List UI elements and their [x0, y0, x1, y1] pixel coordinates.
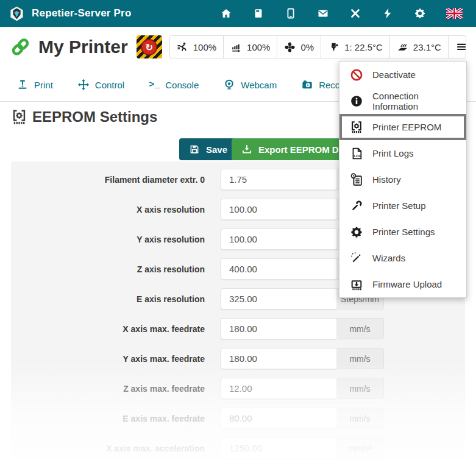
tab-console-label: Console — [165, 80, 199, 90]
log-file-icon — [350, 147, 363, 160]
history-icon — [350, 173, 363, 186]
form-row-x-max-feedrate: X axis max. feedrate mm/s — [11, 318, 465, 339]
unit-addon: mm/s² — [336, 437, 384, 459]
z-max-feedrate-input[interactable] — [221, 378, 336, 399]
field-label: X axis resolution — [11, 205, 221, 214]
fan-icon — [284, 41, 296, 53]
menu-item-firmware-upload[interactable]: Firmware Upload — [339, 271, 466, 297]
x-max-feedrate-input[interactable] — [221, 318, 336, 339]
menu-item-printer-settings[interactable]: Printer Settings — [339, 219, 466, 245]
field-label: X axis max. acceleration — [11, 444, 221, 453]
speed-value: 100% — [193, 42, 216, 52]
tab-console[interactable]: >_ Console — [138, 72, 209, 98]
menu-item-printer-setup[interactable]: Printer Setup — [339, 193, 466, 219]
flow-value: 100% — [247, 42, 270, 52]
unit-addon: mm/s — [336, 348, 384, 369]
menu-item-history[interactable]: History — [339, 166, 466, 193]
unit-addon: mm/s — [336, 318, 384, 339]
repetier-server-window: Repetier-Server Pro My Printer ↻ — [0, 0, 476, 460]
printer-dropdown-menu: Deactivate Connection Information Printe… — [339, 61, 467, 298]
move-arrows-icon — [77, 79, 90, 91]
x-resolution-input[interactable] — [221, 199, 336, 220]
save-button[interactable]: Save — [179, 138, 237, 160]
eeprom-chip-icon — [350, 121, 363, 134]
floppy-disk-icon — [189, 144, 200, 155]
top-navigation-bar: Repetier-Server Pro — [0, 0, 476, 27]
form-row-y-max-feedrate: Y axis max. feedrate mm/s — [11, 348, 465, 369]
menu-item-wizards[interactable]: Wizards — [339, 245, 466, 271]
form-row-e-max-feedrate: E axis max. feedrate mm/s — [11, 408, 465, 429]
menu-item-label: Printer EEPROM — [372, 122, 441, 132]
heated-bed-icon — [397, 41, 408, 53]
e-resolution-input[interactable] — [221, 288, 336, 310]
field-label: Z axis max. feedrate — [11, 384, 221, 394]
flow-multiplier-control[interactable]: 100% — [223, 36, 277, 58]
tools-icon[interactable] — [349, 7, 361, 19]
printer-name: My Printer — [38, 37, 128, 57]
eeprom-chip-icon — [11, 109, 27, 126]
camera-icon — [301, 79, 313, 91]
download-icon — [241, 144, 252, 155]
tab-print-label: Print — [34, 80, 53, 90]
menu-item-printer-eeprom[interactable]: Printer EEPROM — [339, 114, 466, 140]
language-flag-icon[interactable] — [446, 8, 463, 19]
menu-item-label: Connection Information — [372, 91, 459, 111]
quick-actions-icon[interactable] — [382, 7, 394, 19]
extruder-icon — [328, 41, 339, 53]
menu-item-label: Wizards — [372, 253, 405, 263]
messages-icon[interactable] — [317, 7, 329, 19]
fan-control[interactable]: 0% — [277, 36, 321, 58]
ban-icon — [350, 68, 363, 82]
gear-icon — [350, 225, 363, 239]
topbar-icons — [220, 7, 463, 19]
printer-connected-icon — [10, 36, 31, 58]
home-icon[interactable] — [220, 7, 232, 19]
printer-status-bar: 100% 100% 0% 1: 22.5°C 23.1°C — [169, 35, 466, 58]
hamburger-menu-icon — [455, 41, 466, 53]
bed-temperature-value: 23.1°C — [413, 42, 441, 52]
export-button-label: Export EEPROM Data — [258, 144, 352, 155]
x-max-acceleration-input[interactable] — [221, 437, 336, 459]
wrench-icon — [350, 199, 363, 213]
menu-item-label: Print Logs — [372, 148, 414, 158]
tab-control[interactable]: Control — [67, 71, 135, 99]
unit-addon: mm/s — [336, 408, 384, 429]
y-resolution-input[interactable] — [221, 228, 336, 250]
field-label: E axis max. feedrate — [11, 414, 221, 423]
field-label: Y axis resolution — [11, 235, 221, 244]
print-icon — [16, 79, 29, 91]
speed-multiplier-control[interactable]: 100% — [170, 36, 223, 58]
tab-control-label: Control — [95, 80, 124, 90]
global-settings-icon[interactable] — [414, 7, 426, 19]
field-label: Z axis resolution — [11, 264, 221, 274]
form-row-x-max-acceleration: X axis max. acceleration mm/s² — [11, 437, 465, 459]
printer-menu-button[interactable] — [448, 36, 466, 58]
menu-item-label: History — [372, 174, 401, 185]
bed-temperature-control[interactable]: 23.1°C — [389, 36, 448, 58]
menu-item-deactivate[interactable]: Deactivate — [339, 62, 466, 88]
field-label: X axis max. feedrate — [11, 324, 221, 334]
emergency-stop-icon: ↻ — [141, 39, 157, 55]
menu-item-label: Printer Setup — [372, 200, 426, 211]
e-max-feedrate-input[interactable] — [221, 408, 336, 429]
unit-addon: mm/s — [336, 378, 384, 399]
emergency-stop-button[interactable]: ↻ — [137, 35, 162, 58]
y-max-feedrate-input[interactable] — [221, 348, 336, 369]
printer-list-icon[interactable] — [252, 7, 265, 19]
filament-diameter-input[interactable] — [221, 169, 336, 190]
field-label: E axis resolution — [11, 294, 221, 304]
speed-icon — [177, 41, 188, 53]
menu-item-print-logs[interactable]: Print Logs — [339, 140, 466, 166]
extruder-temperature-control[interactable]: 1: 22.5°C — [321, 36, 389, 58]
menu-item-connection-information[interactable]: Connection Information — [339, 88, 466, 114]
repetier-logo-icon — [9, 5, 25, 22]
touch-interface-icon[interactable] — [285, 7, 297, 19]
info-icon — [350, 94, 363, 108]
menu-item-label: Firmware Upload — [372, 279, 442, 289]
tab-webcam[interactable]: Webcam — [213, 71, 287, 99]
console-prompt-icon: >_ — [149, 80, 160, 90]
app-title[interactable]: Repetier-Server Pro — [32, 7, 131, 19]
z-resolution-input[interactable] — [221, 258, 336, 280]
tab-print[interactable]: Print — [6, 71, 63, 99]
field-label: Filament diameter extr. 0 — [11, 175, 221, 185]
